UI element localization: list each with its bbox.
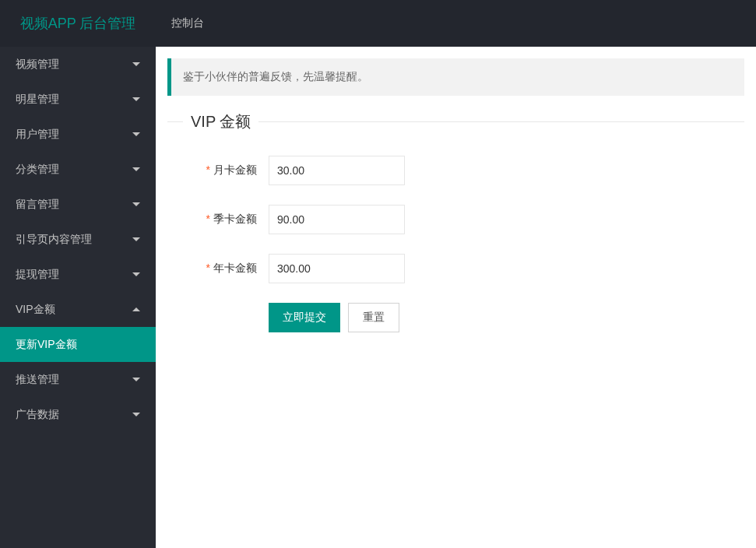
alert-banner: 鉴于小伙伴的普遍反馈，先温馨提醒。 (167, 58, 744, 96)
label-text: 季卡金额 (213, 213, 257, 225)
sidebar-item-category-manage[interactable]: 分类管理 (0, 152, 156, 187)
form-item-year: *年卡金额 (183, 254, 729, 283)
reset-button[interactable]: 重置 (348, 303, 399, 332)
chevron-down-icon (132, 62, 140, 66)
required-mark: * (206, 163, 210, 176)
required-mark: * (206, 213, 210, 225)
sidebar-item-label: 分类管理 (16, 163, 59, 177)
label-text: 年卡金额 (213, 262, 257, 274)
sidebar-item-label: VIP金额 (16, 303, 55, 317)
sidebar-item-label: 视频管理 (16, 58, 59, 72)
chevron-down-icon (132, 413, 140, 416)
chevron-down-icon (132, 237, 140, 241)
form-item-month: *月卡金额 (183, 156, 729, 185)
vip-amount-fieldset: VIP 金额 *月卡金额 *季卡金额 *年卡金额 立即提交 重 (167, 111, 744, 356)
quarter-amount-label: *季卡金额 (183, 213, 269, 227)
chevron-down-icon (132, 202, 140, 206)
chevron-down-icon (132, 378, 140, 381)
year-amount-label: *年卡金额 (183, 262, 269, 276)
chevron-down-icon (132, 97, 140, 101)
nav-console[interactable]: 控制台 (156, 0, 220, 47)
chevron-down-icon (132, 167, 140, 171)
sidebar-item-label: 用户管理 (16, 128, 59, 142)
year-amount-input[interactable] (269, 254, 405, 283)
sidebar-item-label: 引导页内容管理 (16, 233, 92, 247)
label-text: 月卡金额 (213, 163, 257, 176)
sidebar-item-message-manage[interactable]: 留言管理 (0, 187, 156, 222)
sidebar-item-guide-content-manage[interactable]: 引导页内容管理 (0, 222, 156, 257)
quarter-amount-input[interactable] (269, 205, 405, 234)
required-mark: * (206, 262, 210, 274)
container: 视频管理 明星管理 用户管理 分类管理 留言管理 引导页内容管理 提现管理 V (0, 47, 756, 548)
sidebar-item-user-manage[interactable]: 用户管理 (0, 117, 156, 152)
sidebar-item-label: 推送管理 (16, 373, 59, 387)
chevron-up-icon (132, 307, 140, 311)
sidebar-item-label: 广告数据 (16, 408, 59, 422)
sidebar-subitem-update-vip-amount[interactable]: 更新VIP金额 (0, 327, 156, 362)
submit-button[interactable]: 立即提交 (269, 303, 340, 332)
chevron-down-icon (132, 272, 140, 276)
sidebar-item-push-manage[interactable]: 推送管理 (0, 362, 156, 397)
month-amount-label: *月卡金额 (183, 163, 269, 177)
fieldset-legend: VIP 金额 (183, 111, 258, 132)
sidebar-item-vip-amount[interactable]: VIP金额 (0, 292, 156, 327)
main-content: 鉴于小伙伴的普遍反馈，先温馨提醒。 VIP 金额 *月卡金额 *季卡金额 *年卡… (156, 47, 756, 548)
sidebar-item-label: 明星管理 (16, 93, 59, 107)
chevron-down-icon (132, 132, 140, 136)
header: 视频APP 后台管理 控制台 (0, 0, 756, 47)
form-item-quarter: *季卡金额 (183, 205, 729, 234)
form-buttons-row: 立即提交 重置 (183, 303, 729, 332)
sidebar-item-star-manage[interactable]: 明星管理 (0, 82, 156, 117)
month-amount-input[interactable] (269, 156, 405, 185)
sidebar-item-withdraw-manage[interactable]: 提现管理 (0, 257, 156, 292)
sidebar-item-ad-data[interactable]: 广告数据 (0, 397, 156, 432)
sidebar-item-video-manage[interactable]: 视频管理 (0, 47, 156, 82)
sidebar-item-label: 提现管理 (16, 268, 59, 282)
sidebar-item-label: 留言管理 (16, 198, 59, 212)
sidebar: 视频管理 明星管理 用户管理 分类管理 留言管理 引导页内容管理 提现管理 V (0, 47, 156, 548)
logo[interactable]: 视频APP 后台管理 (0, 0, 156, 47)
